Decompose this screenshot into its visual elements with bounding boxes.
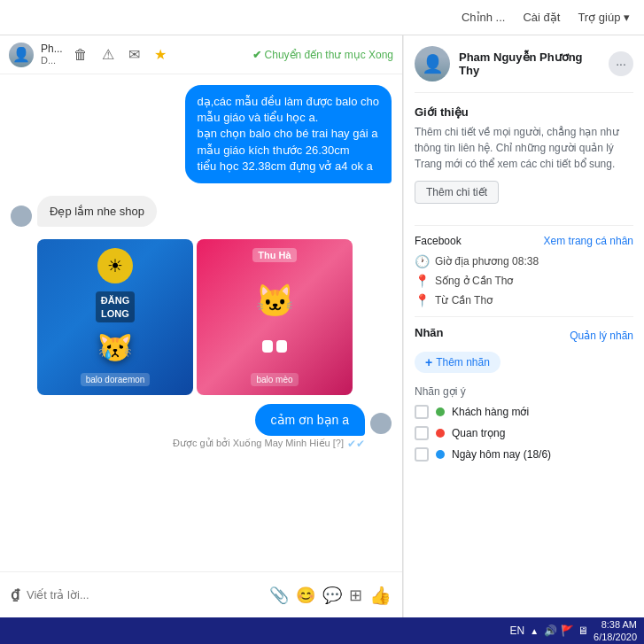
label-text-3: Ngày hôm nay (18/6) xyxy=(452,448,551,461)
toolbar-username: Ph... xyxy=(41,43,63,55)
taskbar-time: 8:38 AM xyxy=(594,618,637,631)
message-toolbar: 👤 Ph... D... 🗑 ⚠ ✉ ★ ✔ Chuyển đến thư mụ… xyxy=(0,35,402,74)
clock-icon: 🕐 xyxy=(415,254,430,268)
input-area: ₫ 📎 😊 💬 ⊞ 👍 xyxy=(0,571,402,617)
taskbar-right: EN ▲ 🔊 🚩 🖥 8:38 AM 6/18/2020 xyxy=(509,618,637,644)
chat-image-1: ☀ ĐĂNGLONG 😿 balo doraemon xyxy=(37,239,193,395)
taskbar-lang: EN xyxy=(509,625,524,637)
star-icon[interactable]: ★ xyxy=(151,44,170,65)
messages-area[interactable]: dạ,các mẫu đều làm được balo cho mẫu giá… xyxy=(0,74,402,571)
double-check-icon: ✔✔ xyxy=(347,438,365,450)
attach-icon[interactable]: 📎 xyxy=(269,586,289,605)
labels-header-row: Nhãn Quản lý nhãn xyxy=(415,326,633,345)
reply-input[interactable] xyxy=(27,588,262,601)
taskbar-icons: 🔊 🚩 🖥 xyxy=(544,625,588,637)
info-location-2: 📍 Từ Cần Thơ xyxy=(415,293,633,307)
chat-images-container: ☀ ĐĂNGLONG 😿 balo doraemon Thu Hà 🐱 xyxy=(37,239,356,395)
display-icon[interactable]: 🖥 xyxy=(578,625,588,637)
add-label-text: Thêm nhãn xyxy=(436,356,490,369)
sent-by-label: Được gửi bởi Xuống May Minh Hiếu [?] xyxy=(173,438,344,449)
sidebar-avatar: 👤 xyxy=(415,46,450,81)
checkmark-icon: ✔ xyxy=(252,49,261,61)
sidebar-user-name: Pham Nguyễn Phương Thy xyxy=(459,50,600,77)
report-icon[interactable]: ⚠ xyxy=(98,44,118,65)
main-container: 👤 Ph... D... 🗑 ⚠ ✉ ★ ✔ Chuyển đến thư mụ… xyxy=(0,35,644,617)
plus-icon: + xyxy=(425,355,432,369)
info-time: 🕐 Giờ địa phương 08:38 xyxy=(415,254,633,268)
taskbar-arrow-up: ▲ xyxy=(530,626,539,636)
facebook-section: Facebook Xem trang cá nhân xyxy=(415,235,633,247)
menu-item-trogiup[interactable]: Trợ giúp ▾ xyxy=(578,11,630,24)
avatar-silhouette: 👤 xyxy=(9,43,34,67)
grid-icon[interactable]: ⊞ xyxy=(349,586,362,605)
suggested-title: Nhãn gợi ý xyxy=(415,385,633,398)
divider-1 xyxy=(415,225,633,226)
location-icon-2: 📍 xyxy=(415,293,430,307)
menu-item-caidat[interactable]: Cài đặt xyxy=(523,11,560,24)
suggested-labels-section: Nhãn gợi ý Khách hàng mới Quan trọng Ngà… xyxy=(415,385,633,462)
labels-title: Nhãn xyxy=(415,326,444,339)
label-checkbox-1[interactable] xyxy=(415,405,429,419)
intro-desc: Thêm chi tiết về mọi người, chẳng hạn nh… xyxy=(415,124,633,172)
sidebar-avatar-image: 👤 xyxy=(415,46,450,81)
flag-icon[interactable]: 🚩 xyxy=(561,625,574,637)
location-icon-1: 📍 xyxy=(415,274,430,288)
label-dot-green xyxy=(436,407,445,416)
facebook-label: Facebook xyxy=(415,235,462,247)
menu-item-chinh[interactable]: Chỉnh ... xyxy=(462,11,506,24)
moved-label: Chuyển đến thư mục Xong xyxy=(265,49,393,61)
label-checkbox-2[interactable] xyxy=(415,426,429,440)
sender-avatar-thumb xyxy=(370,413,392,434)
right-sidebar: 👤 Pham Nguyễn Phương Thy ··· Giới thiệu … xyxy=(403,35,644,617)
info-location-2-text: Từ Cần Thơ xyxy=(435,294,493,306)
bubble-sent-1: dạ,các mẫu đều làm được balo cho mẫu giá… xyxy=(185,85,392,183)
trash-icon[interactable]: 🗑 xyxy=(70,45,91,65)
sticker-icon[interactable]: 💬 xyxy=(322,586,342,605)
label-item-3: Ngày hôm nay (18/6) xyxy=(415,447,633,462)
toolbar-sublabel: D... xyxy=(41,55,63,66)
intro-title: Giới thiệu xyxy=(415,105,633,119)
message-images: ☀ ĐĂNGLONG 😿 balo doraemon Thu Hà 🐱 xyxy=(37,239,392,395)
bubble-received-1: Đẹp lắm nhe shop xyxy=(37,196,157,227)
top-menu-bar: Chỉnh ... Cài đặt Trợ giúp ▾ xyxy=(0,0,644,35)
label-text-1: Khách hàng mới xyxy=(452,406,529,418)
more-options-button[interactable]: ··· xyxy=(609,51,633,76)
message-thanks-row: cảm ơn bạn a Được gửi bởi Xuống May Minh… xyxy=(11,404,392,450)
taskbar: EN ▲ 🔊 🚩 🖥 8:38 AM 6/18/2020 xyxy=(0,617,644,644)
message-sent-1: dạ,các mẫu đều làm được balo cho mẫu giá… xyxy=(11,85,392,183)
taskbar-time-block: 8:38 AM 6/18/2020 xyxy=(594,618,637,644)
info-items: 🕐 Giờ địa phương 08:38 📍 Sống ở Cần Thơ … xyxy=(415,254,633,307)
message-received-1: Đẹp lắm nhe shop xyxy=(11,196,392,227)
chat-image-2: Thu Hà 🐱 balo mèo xyxy=(197,239,353,395)
bubble-thanks: cảm ơn bạn a xyxy=(255,404,365,436)
label-dot-red xyxy=(436,429,445,438)
info-location-1-text: Sống ở Cần Thơ xyxy=(435,275,513,287)
intro-section: Giới thiệu Thêm chi tiết về mọi người, c… xyxy=(415,105,633,216)
label-checkbox-3[interactable] xyxy=(415,447,429,462)
facebook-row: Facebook Xem trang cá nhân xyxy=(415,235,633,247)
like-icon[interactable]: 👍 xyxy=(369,585,392,606)
manage-labels-link[interactable]: Quản lý nhãn xyxy=(570,330,633,342)
view-profile-link[interactable]: Xem trang cá nhân xyxy=(544,235,633,247)
label-item-1: Khách hàng mới xyxy=(415,405,633,419)
label-dot-blue xyxy=(436,450,445,459)
receiver-avatar xyxy=(11,206,32,227)
taskbar-date: 6/18/2020 xyxy=(594,631,637,643)
add-detail-button[interactable]: Thêm chi tiết xyxy=(415,181,499,204)
label-item-2: Quan trọng xyxy=(415,426,633,440)
messages-panel: 👤 Ph... D... 🗑 ⚠ ✉ ★ ✔ Chuyển đến thư mụ… xyxy=(0,35,403,617)
toolbar-avatar: 👤 xyxy=(9,43,34,67)
add-label-button[interactable]: + Thêm nhãn xyxy=(415,352,500,373)
currency-icon[interactable]: ₫ xyxy=(11,586,19,603)
speaker-icon[interactable]: 🔊 xyxy=(544,625,557,637)
labels-section: Nhãn Quản lý nhãn + Thêm nhãn xyxy=(415,326,633,385)
emoji-icon[interactable]: 😊 xyxy=(296,586,315,605)
label-text-2: Quan trọng xyxy=(452,427,505,439)
info-location-1: 📍 Sống ở Cần Thơ xyxy=(415,274,633,288)
info-time-text: Giờ địa phương 08:38 xyxy=(435,255,539,268)
sidebar-header: 👤 Pham Nguyễn Phương Thy ··· xyxy=(415,46,633,93)
moved-status: ✔ Chuyển đến thư mục Xong xyxy=(252,49,393,61)
divider-2 xyxy=(415,316,633,317)
mail-icon[interactable]: ✉ xyxy=(125,44,144,65)
